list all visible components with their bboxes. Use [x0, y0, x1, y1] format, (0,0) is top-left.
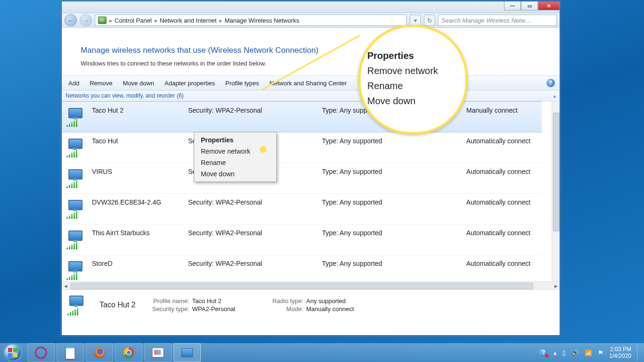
close-button[interactable]: ✕	[538, 1, 560, 10]
network-tray-icon[interactable]: 📶	[585, 349, 592, 356]
scrollbar-thumb[interactable]	[553, 113, 560, 231]
network-name: StoreD	[92, 260, 113, 267]
toolbar-profile-types[interactable]: Profile types	[225, 80, 259, 87]
hscrollbar-thumb[interactable]	[70, 283, 533, 289]
search-input[interactable]: Search Manage Wireless Netw…	[438, 15, 557, 26]
network-row[interactable]: VIRUSSecurity: WPA2-PersonalType: Any su…	[62, 163, 542, 194]
scroll-left-arrow[interactable]: ◂	[62, 282, 69, 289]
start-button[interactable]	[0, 343, 25, 362]
taskbar: ? ▴ ▯ 🔊 📶 ⚑ 2:03 PM 1/4/2020	[0, 343, 644, 362]
toolbar-remove[interactable]: Remove	[90, 80, 112, 87]
taskbar-paint[interactable]	[144, 343, 172, 362]
network-name: Taco Hut	[92, 137, 118, 145]
wifi-network-icon	[66, 106, 88, 128]
clock-time: 2:03 PM	[609, 346, 631, 353]
network-name: VIRUS	[92, 168, 112, 175]
details-profile-name-label: Profile name:	[142, 297, 189, 304]
taskbar-control-panel[interactable]	[173, 343, 201, 362]
system-tray: ? ▴ ▯ 🔊 📶 ⚑ 2:03 PM 1/4/2020	[539, 344, 644, 362]
group-header[interactable]: Networks you can view, modify, and reord…	[62, 90, 560, 101]
zoom-callout: Properties Remove network Rename Move do…	[358, 25, 468, 134]
windows-orb-icon	[5, 345, 21, 361]
breadcrumb-manage-wireless[interactable]: Manage Wireless Networks	[224, 17, 299, 24]
taskbar-clock[interactable]: 2:03 PM 1/4/2020	[609, 346, 631, 359]
minimize-button[interactable]: —	[504, 1, 521, 10]
group-label: Networks you can view, modify, and reord…	[66, 92, 175, 99]
navigation-row: ← → ▸Control Panel ▸Network and Internet…	[62, 13, 560, 28]
network-row[interactable]: Taco Hut 2Security: WPA2-PersonalType: A…	[62, 101, 542, 132]
back-button[interactable]: ←	[65, 14, 77, 26]
network-connect-mode: Automatically connect	[466, 229, 530, 237]
toolbar-adapter-properties[interactable]: Adapter properties	[165, 80, 215, 87]
refresh-button[interactable]: ↻	[424, 15, 435, 26]
details-security-type-label: Security type:	[142, 305, 189, 313]
details-pane: Taco Hut 2 Profile name: Taco Hut 2 Radi…	[62, 289, 560, 320]
network-connect-mode: Automatically connect	[466, 168, 530, 175]
network-row[interactable]: StoreDSecurity: WPA2-PersonalType: Any s…	[62, 255, 542, 281]
horizontal-scrollbar[interactable]: ◂ ▸	[62, 281, 560, 289]
breadcrumb-control-panel[interactable]: Control Panel	[115, 17, 152, 24]
action-center-icon[interactable]: ?	[539, 348, 548, 357]
maximize-button[interactable]: ▭	[521, 1, 538, 10]
wifi-network-icon	[66, 229, 88, 250]
context-menu-rename[interactable]: Rename	[195, 157, 275, 168]
group-count: (6)	[177, 92, 184, 99]
wifi-network-icon	[66, 167, 88, 189]
network-security: Security: WPA2-Personal	[188, 198, 262, 206]
tray-show-hidden-icon[interactable]: ▴	[553, 349, 557, 356]
context-menu-properties[interactable]: Properties	[195, 134, 275, 146]
wifi-network-icon	[66, 137, 88, 158]
network-row[interactable]: Taco HutSecurity: WPA2-PersonalType: Any…	[62, 132, 542, 163]
clock-date: 1/4/2020	[609, 353, 631, 359]
toolbar-network-sharing-center[interactable]: Network and Sharing Center	[270, 80, 347, 87]
details-radio-type-label: Radio type:	[261, 297, 303, 304]
network-type: Type: Any supported	[322, 198, 382, 206]
explorer-window: — ▭ ✕ ← → ▸Control Panel ▸Network and In…	[61, 1, 560, 336]
network-connect-mode: Automatically connect	[466, 260, 530, 267]
address-dropdown[interactable]: ▾	[410, 15, 421, 26]
network-connect-mode: Manually connect	[466, 107, 518, 114]
toolbar-move-down[interactable]: Move down	[123, 80, 154, 87]
network-row[interactable]: DVW326.EC8E34-2.4GSecurity: WPA2-Persona…	[62, 194, 542, 224]
forward-button[interactable]: →	[80, 14, 92, 26]
show-desktop-button[interactable]	[637, 344, 641, 362]
callout-properties: Properties	[367, 48, 438, 63]
flag-icon[interactable]: ⚑	[598, 349, 603, 356]
wifi-network-icon	[66, 259, 88, 281]
battery-icon[interactable]: ▯	[562, 349, 566, 356]
taskbar-chrome[interactable]	[115, 343, 142, 362]
toolbar-add[interactable]: Add	[68, 80, 79, 87]
network-type: Type: Any supported	[322, 229, 382, 237]
taskbar-snipping-tool[interactable]	[27, 343, 55, 362]
network-security: Security: WPA2-Personal	[188, 107, 262, 114]
wifi-network-icon	[66, 198, 88, 220]
network-security: Security: WPA2-Personal	[188, 229, 262, 237]
context-menu-move-down[interactable]: Move down	[195, 168, 275, 180]
network-name: This Ain't Starbucks	[92, 229, 150, 237]
details-radio-type: Any supported	[306, 297, 372, 304]
network-list: Taco Hut 2Security: WPA2-PersonalType: A…	[62, 101, 560, 281]
details-mode-label: Mode:	[261, 305, 303, 313]
details-profile-name: Taco Hut 2	[192, 297, 258, 304]
network-security: Security: WPA2-Personal	[188, 260, 262, 267]
network-type: Type: Any supported	[322, 168, 382, 175]
callout-rename: Rename	[367, 78, 438, 93]
callout-dot	[260, 146, 266, 153]
volume-icon[interactable]: 🔊	[571, 349, 579, 356]
network-connect-mode: Automatically connect	[466, 137, 530, 145]
network-name: DVW326.EC8E34-2.4G	[92, 198, 161, 206]
taskbar-firefox[interactable]	[86, 343, 113, 362]
callout-move-down: Move down	[367, 93, 438, 108]
titlebar[interactable]: — ▭ ✕	[62, 1, 560, 13]
command-toolbar: Add Remove Move down Adapter properties …	[62, 75, 560, 90]
chevron-up-icon[interactable]: ▴	[553, 93, 556, 99]
network-row[interactable]: This Ain't StarbucksSecurity: WPA2-Perso…	[62, 224, 542, 255]
taskbar-notepad[interactable]	[57, 343, 84, 362]
scroll-right-arrow[interactable]: ▸	[552, 282, 560, 289]
breadcrumb-network-internet[interactable]: Network and Internet	[160, 17, 217, 24]
page-title: Manage wireless networks that use (Wirel…	[81, 46, 541, 55]
address-bar[interactable]: ▸Control Panel ▸Network and Internet ▸Ma…	[95, 15, 407, 26]
vertical-scrollbar[interactable]	[552, 101, 560, 281]
help-icon[interactable]: ?	[546, 79, 555, 87]
details-security-type: WPA2-Personal	[192, 305, 258, 313]
